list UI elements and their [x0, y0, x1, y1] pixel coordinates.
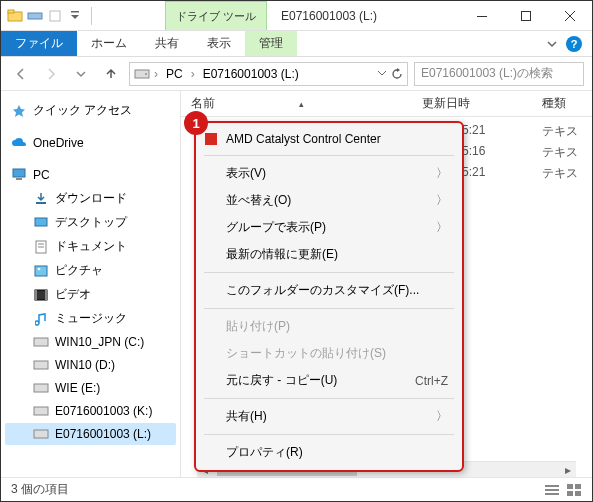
qat-placeholder-icon: [47, 8, 63, 24]
submenu-arrow-icon: 〉: [436, 165, 448, 182]
qat-dropdown-icon[interactable]: [67, 8, 83, 24]
tab-file[interactable]: ファイル: [1, 31, 77, 56]
context-menu: AMD Catalyst Control Center 表示(V)〉 並べ替え(…: [194, 121, 464, 472]
ctx-view[interactable]: 表示(V)〉: [196, 160, 462, 187]
sidebar-item-drive-d[interactable]: WIN10 (D:): [5, 354, 176, 376]
ctx-paste: 貼り付け(P): [196, 313, 462, 340]
ctx-undo[interactable]: 元に戻す - コピー(U)Ctrl+Z: [196, 367, 462, 394]
ctx-amd-catalyst[interactable]: AMD Catalyst Control Center: [196, 127, 462, 151]
sidebar-item-documents[interactable]: ドキュメント: [5, 235, 176, 258]
separator: [91, 7, 92, 25]
details-view-icon[interactable]: [544, 483, 560, 497]
title-bar: ドライブ ツール E0716001003 (L:): [1, 1, 592, 31]
help-icon[interactable]: ?: [566, 36, 582, 52]
drive-icon: [33, 334, 49, 350]
minimize-button[interactable]: [460, 1, 504, 31]
sidebar-label: デスクトップ: [55, 214, 127, 231]
svg-rect-5: [477, 16, 487, 17]
sidebar-item-drive-k[interactable]: E0716001003 (K:): [5, 400, 176, 422]
recent-dropdown-icon[interactable]: [69, 62, 93, 86]
drive-icon: [33, 403, 49, 419]
column-date[interactable]: 更新日時: [422, 95, 542, 112]
address-bar[interactable]: › PC › E0716001003 (L:): [129, 62, 408, 86]
search-input[interactable]: E0716001003 (L:)の検索: [414, 62, 584, 86]
sidebar-item-videos[interactable]: ビデオ: [5, 283, 176, 306]
maximize-button[interactable]: [504, 1, 548, 31]
svg-rect-32: [567, 484, 573, 489]
sidebar-label: WIE (E:): [55, 381, 100, 395]
document-icon: [33, 239, 49, 255]
sidebar-item-drive-e[interactable]: WIE (E:): [5, 377, 176, 399]
sidebar-item-downloads[interactable]: ダウンロード: [5, 187, 176, 210]
sidebar-item-pictures[interactable]: ピクチャ: [5, 259, 176, 282]
video-icon: [33, 287, 49, 303]
search-placeholder: E0716001003 (L:)の検索: [421, 65, 553, 82]
up-button[interactable]: [99, 62, 123, 86]
ribbon-collapse-icon[interactable]: [546, 38, 558, 50]
sidebar-pc[interactable]: PC: [5, 164, 176, 186]
large-icons-view-icon[interactable]: [566, 483, 582, 497]
breadcrumb-current[interactable]: E0716001003 (L:): [199, 67, 303, 81]
column-type[interactable]: 種類: [542, 95, 592, 112]
svg-rect-6: [521, 11, 530, 20]
tab-share[interactable]: 共有: [141, 31, 193, 56]
context-menu-container: 1 AMD Catalyst Control Center 表示(V)〉 並べ替…: [194, 121, 464, 472]
menu-separator: [204, 398, 454, 399]
chevron-right-icon[interactable]: ›: [154, 67, 158, 81]
desktop-icon: [33, 215, 49, 231]
tools-label: ドライブ ツール: [176, 9, 256, 24]
tab-manage[interactable]: 管理: [245, 31, 297, 56]
svg-rect-11: [13, 169, 25, 177]
svg-rect-21: [35, 290, 37, 300]
folder-icon: [7, 8, 23, 24]
address-dropdown-icon[interactable]: [377, 68, 387, 80]
svg-rect-24: [34, 361, 48, 369]
svg-point-19: [38, 267, 41, 270]
navigation-pane: クイック アクセス OneDrive PC ダウンロード デスクトップ ドキュメ…: [1, 91, 181, 477]
ctx-share[interactable]: 共有(H)〉: [196, 403, 462, 430]
sidebar-item-drive-l[interactable]: E0716001003 (L:): [5, 423, 176, 445]
drive-icon: [33, 426, 49, 442]
svg-rect-25: [34, 384, 48, 392]
sidebar-label: PC: [33, 168, 50, 182]
ctx-customize-folder[interactable]: このフォルダーのカスタマイズ(F)...: [196, 277, 462, 304]
svg-rect-18: [35, 266, 47, 276]
drive-icon: [33, 357, 49, 373]
menu-separator: [204, 308, 454, 309]
tab-view[interactable]: 表示: [193, 31, 245, 56]
drive-icon: [134, 66, 150, 82]
sidebar-label: ミュージック: [55, 310, 127, 327]
svg-rect-34: [567, 491, 573, 496]
sidebar-quick-access[interactable]: クイック アクセス: [5, 99, 176, 122]
amd-icon: [204, 132, 218, 146]
sidebar-item-music[interactable]: ミュージック: [5, 307, 176, 330]
svg-rect-13: [36, 202, 46, 204]
svg-rect-12: [16, 178, 22, 180]
forward-button[interactable]: [39, 62, 63, 86]
breadcrumb-pc[interactable]: PC: [162, 67, 187, 81]
close-button[interactable]: [548, 1, 592, 31]
drive-icon: [33, 380, 49, 396]
sidebar-label: ダウンロード: [55, 190, 127, 207]
ctx-sort[interactable]: 並べ替え(O)〉: [196, 187, 462, 214]
ctx-properties[interactable]: プロパティ(R): [196, 439, 462, 466]
scroll-right-icon[interactable]: ▸: [560, 462, 576, 478]
refresh-icon[interactable]: [391, 68, 403, 80]
sidebar-item-desktop[interactable]: デスクトップ: [5, 211, 176, 234]
tab-home[interactable]: ホーム: [77, 31, 141, 56]
svg-rect-23: [34, 338, 48, 346]
column-name[interactable]: 名前▴: [191, 95, 422, 112]
music-icon: [33, 311, 49, 327]
sidebar-label: ピクチャ: [55, 262, 103, 279]
chevron-right-icon[interactable]: ›: [191, 67, 195, 81]
sidebar-item-drive-c[interactable]: WIN10_JPN (C:): [5, 331, 176, 353]
svg-rect-33: [575, 484, 581, 489]
drive-mini-icon: [27, 8, 43, 24]
sidebar-label: WIN10_JPN (C:): [55, 335, 144, 349]
sidebar-label: ドキュメント: [55, 238, 127, 255]
ctx-refresh[interactable]: 最新の情報に更新(E): [196, 241, 462, 268]
sidebar-onedrive[interactable]: OneDrive: [5, 132, 176, 154]
ctx-group[interactable]: グループで表示(P)〉: [196, 214, 462, 241]
sidebar-label: WIN10 (D:): [55, 358, 115, 372]
back-button[interactable]: [9, 62, 33, 86]
